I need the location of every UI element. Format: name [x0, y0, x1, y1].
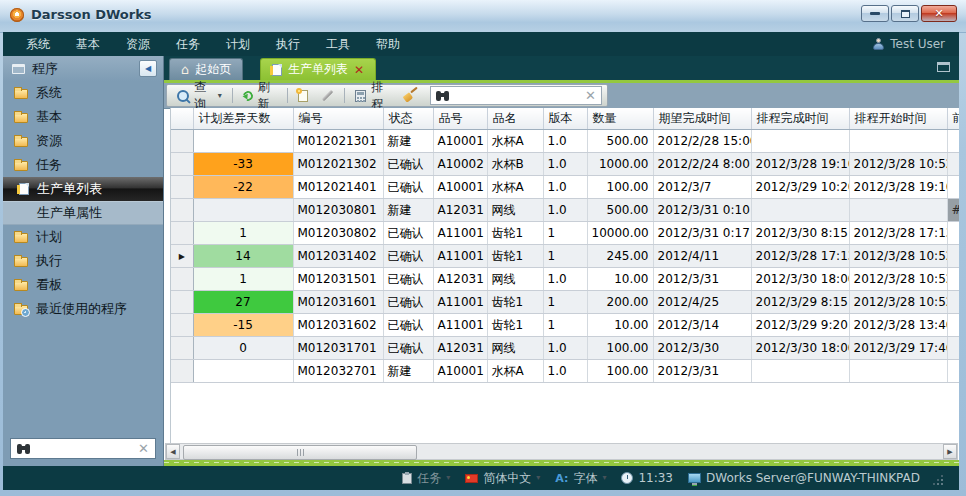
- cell-sched_start[interactable]: 2012/3/29 17:46: [849, 337, 947, 360]
- cell-sched_start[interactable]: [849, 130, 947, 153]
- scroll-right-arrow[interactable]: ▶: [943, 444, 957, 459]
- cell-code[interactable]: M012032701: [293, 360, 383, 383]
- cell-sched_finish[interactable]: 2012/3/30 8:15: [751, 222, 849, 245]
- cell-status[interactable]: 已确认: [383, 222, 433, 245]
- cell-expect_time[interactable]: 2012/3/31: [653, 360, 751, 383]
- cell-version[interactable]: 1: [543, 222, 587, 245]
- sidebar-collapse-button[interactable]: ◀: [139, 60, 157, 77]
- cell-item_name[interactable]: 齿轮1: [487, 314, 543, 337]
- cell-code[interactable]: M012031602: [293, 314, 383, 337]
- cell-version[interactable]: 1: [543, 245, 587, 268]
- cell-code[interactable]: M012031501: [293, 268, 383, 291]
- cell-item_no[interactable]: A11001: [433, 314, 487, 337]
- cell-marker[interactable]: [947, 360, 959, 383]
- cell-sched_start[interactable]: 2012/3/28 19:10: [849, 176, 947, 199]
- cell-marker[interactable]: [947, 314, 959, 337]
- cell-expect_time[interactable]: 2012/3/31 0:10: [653, 199, 751, 222]
- scroll-left-arrow[interactable]: ◀: [166, 444, 180, 459]
- cell-sched_start[interactable]: 2012/3/28 13:40: [849, 314, 947, 337]
- cell-item_name[interactable]: 网线: [487, 268, 543, 291]
- new-document-button[interactable]: [293, 88, 313, 104]
- cell-expect_time[interactable]: 2012/2/28 15:00: [653, 130, 751, 153]
- float-panel-icon[interactable]: [937, 62, 950, 72]
- cell-item_no[interactable]: A11001: [433, 245, 487, 268]
- menu-item-2[interactable]: 基本: [63, 33, 113, 56]
- user-badge[interactable]: Test User: [873, 37, 949, 51]
- maximize-button[interactable]: [891, 5, 919, 22]
- cell-status[interactable]: 已确认: [383, 176, 433, 199]
- menu-item-1[interactable]: 系统: [13, 33, 63, 56]
- edit-button[interactable]: [316, 92, 339, 99]
- cell-sched_finish[interactable]: 2012/3/30 18:00: [751, 337, 849, 360]
- cell-item_no[interactable]: A11001: [433, 222, 487, 245]
- cell-status[interactable]: 已确认: [383, 291, 433, 314]
- cell-version[interactable]: 1: [543, 291, 587, 314]
- cell-qty[interactable]: 500.00: [587, 130, 653, 153]
- cell-version[interactable]: 1.0: [543, 176, 587, 199]
- cell-expect_time[interactable]: 2012/3/14: [653, 314, 751, 337]
- cell-diff[interactable]: -15: [193, 314, 293, 337]
- cell-code[interactable]: M012031601: [293, 291, 383, 314]
- cell-expect_time[interactable]: 2012/3/7: [653, 176, 751, 199]
- sidebar-item-1[interactable]: 系统: [3, 81, 163, 105]
- table-row[interactable]: M012021301新建A10001水杯A1.0500.002012/2/28 …: [171, 130, 959, 153]
- resize-grip[interactable]: [935, 477, 945, 487]
- cell-qty[interactable]: 100.00: [587, 360, 653, 383]
- cell-diff[interactable]: [193, 130, 293, 153]
- cell-qty[interactable]: 500.00: [587, 199, 653, 222]
- column-header-sched_start[interactable]: 排程开始时间: [849, 108, 947, 130]
- cell-qty[interactable]: 200.00: [587, 291, 653, 314]
- cell-item_name[interactable]: 水杯A: [487, 130, 543, 153]
- cell-sched_start[interactable]: [849, 360, 947, 383]
- cell-qty[interactable]: 100.00: [587, 337, 653, 360]
- cell-expect_time[interactable]: 2012/2/24 8:00: [653, 153, 751, 176]
- menu-item-7[interactable]: 工具: [313, 33, 363, 56]
- sidebar-item-9[interactable]: 看板: [3, 273, 163, 297]
- horizontal-scrollbar[interactable]: ◀ ▶: [165, 443, 958, 460]
- table-row[interactable]: -33M012021302已确认A10002水杯B1.01000.002012/…: [171, 153, 959, 176]
- cell-marker[interactable]: [947, 176, 959, 199]
- cell-sched_start[interactable]: [849, 199, 947, 222]
- cell-item_no[interactable]: A11001: [433, 291, 487, 314]
- cell-selector[interactable]: [171, 268, 193, 291]
- cell-item_name[interactable]: 齿轮1: [487, 222, 543, 245]
- cell-marker[interactable]: #: [947, 199, 959, 222]
- cell-expect_time[interactable]: 2012/3/31 0:17: [653, 222, 751, 245]
- table-row[interactable]: ▶14M012031402已确认A11001齿轮11245.002012/4/1…: [171, 245, 959, 268]
- cell-sched_finish[interactable]: [751, 360, 849, 383]
- cell-selector[interactable]: [171, 337, 193, 360]
- cell-expect_time[interactable]: 2012/4/25: [653, 291, 751, 314]
- cell-expect_time[interactable]: 2012/4/11: [653, 245, 751, 268]
- grid-search-clear-icon[interactable]: ✕: [585, 89, 596, 102]
- tab-close-icon[interactable]: ✕: [354, 64, 364, 76]
- cell-selector[interactable]: [171, 314, 193, 337]
- sidebar-item-7[interactable]: 计划: [3, 225, 163, 249]
- cell-qty[interactable]: 100.00: [587, 176, 653, 199]
- cell-status[interactable]: 新建: [383, 360, 433, 383]
- cell-sched_finish[interactable]: 2012/3/29 10:20: [751, 176, 849, 199]
- cell-expect_time[interactable]: 2012/3/30: [653, 337, 751, 360]
- cell-diff[interactable]: -33: [193, 153, 293, 176]
- cell-sched_finish[interactable]: 2012/3/30 18:00: [751, 268, 849, 291]
- cell-diff[interactable]: 14: [193, 245, 293, 268]
- cell-code[interactable]: M012021401: [293, 176, 383, 199]
- cell-code[interactable]: M012030802: [293, 222, 383, 245]
- cell-code[interactable]: M012031701: [293, 337, 383, 360]
- cell-status[interactable]: 已确认: [383, 245, 433, 268]
- cell-code[interactable]: M012030801: [293, 199, 383, 222]
- column-header-status[interactable]: 状态: [383, 108, 433, 130]
- table-row[interactable]: M012032701新建A10001水杯A1.0100.002012/3/31: [171, 360, 959, 383]
- cell-item_no[interactable]: A10001: [433, 360, 487, 383]
- cell-code[interactable]: M012021301: [293, 130, 383, 153]
- column-header-expect_time[interactable]: 期望完成时间: [653, 108, 751, 130]
- cell-sched_finish[interactable]: [751, 130, 849, 153]
- cell-status[interactable]: 新建: [383, 130, 433, 153]
- cell-item_name[interactable]: 网线: [487, 337, 543, 360]
- column-header-diff[interactable]: 计划差异天数: [193, 108, 293, 130]
- table-row[interactable]: M012030801新建A12031网线1.0500.002012/3/31 0…: [171, 199, 959, 222]
- cell-qty[interactable]: 10000.00: [587, 222, 653, 245]
- cell-selector[interactable]: [171, 222, 193, 245]
- table-row[interactable]: 0M012031701已确认A12031网线1.0100.002012/3/30…: [171, 337, 959, 360]
- cell-sched_start[interactable]: 2012/3/28 10:52: [849, 245, 947, 268]
- cell-item_no[interactable]: A12031: [433, 337, 487, 360]
